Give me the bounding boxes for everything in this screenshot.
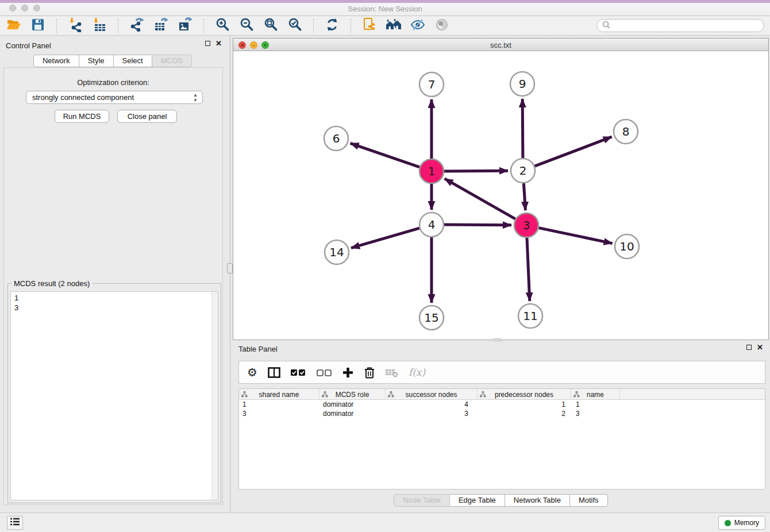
tab-network[interactable]: Network	[33, 55, 79, 67]
graph-node-2[interactable]: 2	[511, 159, 535, 183]
table-cell[interactable]: 3	[571, 409, 620, 418]
table-row[interactable]: 3dominator323	[239, 409, 765, 418]
zoom-out-icon	[240, 17, 254, 34]
table-panel: Table Panel ✕ ⚙ f(x) shared nameMCDS rol…	[233, 340, 769, 512]
table-cell[interactable]: 2	[478, 409, 571, 418]
table-cell[interactable]: 1	[478, 400, 571, 409]
graph-node-3[interactable]: 3	[514, 213, 538, 237]
function-builder-icon[interactable]: f(x)	[409, 367, 425, 378]
graph-node-14[interactable]: 14	[325, 240, 349, 264]
graph-node-15[interactable]: 15	[419, 306, 444, 330]
tab-edge-table[interactable]: Edge Table	[450, 494, 505, 507]
result-scrollbar[interactable]	[211, 292, 218, 500]
show-all-button[interactable]	[434, 18, 450, 34]
close-panel-icon[interactable]: ✕	[215, 41, 222, 46]
mcds-result-textarea[interactable]: 13	[10, 291, 218, 500]
network-graph-canvas[interactable]: 7968124314101511	[233, 51, 768, 340]
open-session-button[interactable]	[6, 18, 22, 34]
list-icon	[10, 516, 20, 530]
graph-node-7[interactable]: 7	[419, 72, 444, 97]
clone-network-button[interactable]	[361, 18, 378, 34]
column-header-predecessor-nodes[interactable]: predecessor nodes	[478, 389, 571, 400]
delete-table-icon[interactable]	[386, 367, 398, 377]
toolbar-separator	[203, 18, 204, 33]
hide-selected-button[interactable]	[410, 18, 426, 34]
float-panel-icon[interactable]	[205, 41, 210, 46]
zoom-fit-icon	[264, 17, 278, 34]
vertical-splitter[interactable]	[229, 36, 231, 512]
table-tabs: Node TableEdge TableNetwork TableMotifs	[233, 494, 769, 507]
save-session-button[interactable]	[30, 18, 46, 34]
graph-node-1[interactable]: 1	[419, 159, 444, 183]
tab-node-table[interactable]: Node Table	[394, 494, 450, 507]
vertical-splitter-handle[interactable]	[227, 263, 233, 273]
column-header-shared-name[interactable]: shared name	[239, 389, 319, 400]
zoom-out-button[interactable]	[238, 18, 255, 34]
close-table-panel-icon[interactable]: ✕	[757, 345, 763, 350]
add-column-icon[interactable]	[342, 367, 353, 378]
table-cell[interactable]: 4	[386, 400, 478, 409]
delete-column-icon[interactable]	[364, 367, 375, 379]
tab-network-table[interactable]: Network Table	[505, 494, 570, 507]
tab-style[interactable]: Style	[79, 55, 114, 67]
table-cell[interactable]: 1	[571, 400, 620, 409]
mcds-result-group: MCDS result (2 nodes) 13	[7, 283, 221, 503]
graph-edge-1-6[interactable]	[351, 143, 420, 167]
network-window-titlebar[interactable]: ✕ − + scc.txt	[233, 38, 768, 51]
export-image-button[interactable]	[177, 18, 193, 34]
table-cell[interactable]: dominator	[319, 400, 386, 409]
import-table-button[interactable]	[91, 18, 107, 34]
float-table-panel-icon[interactable]	[746, 345, 752, 350]
graph-node-4[interactable]: 4	[419, 213, 444, 237]
graph-edge-2-8[interactable]	[535, 137, 612, 166]
table-cell[interactable]: 1	[239, 400, 319, 409]
tab-select[interactable]: Select	[114, 55, 152, 67]
graph-node-8[interactable]: 8	[614, 119, 638, 144]
graph-edge-3-10[interactable]	[539, 228, 613, 244]
graph-edge-1-2[interactable]	[444, 171, 508, 171]
memory-button[interactable]: Memory	[718, 516, 765, 530]
table-cell[interactable]: 3	[239, 409, 319, 418]
import-network-button[interactable]	[67, 18, 83, 34]
search-icon	[602, 20, 611, 32]
graph-edge-3-1[interactable]	[445, 179, 515, 219]
deselect-all-icon[interactable]	[317, 368, 332, 377]
table-cell[interactable]: 3	[386, 409, 478, 418]
graph-edge-2-3[interactable]	[523, 183, 525, 210]
run-mcds-button[interactable]: Run MCDS	[55, 110, 109, 123]
split-view-icon[interactable]	[268, 367, 280, 378]
dropdown-stepper-icon: ▲▼	[193, 92, 198, 103]
refresh-view-button[interactable]	[324, 18, 340, 34]
home-button[interactable]	[386, 18, 402, 34]
mcds-panel: Optimization criterion: strongly connect…	[3, 67, 223, 505]
graph-node-6[interactable]: 6	[324, 126, 348, 151]
export-table-button[interactable]	[153, 18, 169, 34]
zoom-selected-button[interactable]	[287, 18, 303, 34]
tab-mcds[interactable]: MCDS	[152, 55, 192, 67]
table-settings-icon[interactable]: ⚙	[247, 365, 257, 379]
graph-node-10[interactable]: 10	[615, 234, 639, 259]
panel-list-button[interactable]	[7, 516, 23, 530]
select-all-icon[interactable]	[291, 368, 306, 377]
column-header-name[interactable]: name	[571, 389, 620, 400]
column-header-mcds-role[interactable]: MCDS role	[319, 389, 386, 400]
column-header-successor-nodes[interactable]: successor nodes	[386, 389, 478, 400]
graph-edge-2-9[interactable]	[522, 99, 523, 158]
graph-edge-4-14[interactable]	[351, 228, 419, 248]
tab-motifs[interactable]: Motifs	[570, 494, 608, 507]
zoom-fit-button[interactable]	[263, 18, 279, 34]
zoom-in-button[interactable]	[214, 18, 230, 34]
table-row[interactable]: 1dominator411	[239, 400, 765, 409]
graph-edge-3-11[interactable]	[527, 238, 530, 301]
close-panel-button[interactable]: Close panel	[117, 110, 177, 123]
graph-edge-4-3[interactable]	[444, 225, 511, 225]
search-box[interactable]	[596, 19, 764, 32]
criterion-dropdown[interactable]: strongly connected component ▲▼	[26, 91, 203, 104]
export-network-button[interactable]	[129, 18, 145, 34]
graph-node-11[interactable]: 11	[518, 304, 542, 328]
column-label: MCDS role	[336, 391, 369, 399]
column-tree-icon	[480, 391, 486, 399]
table-cell[interactable]: dominator	[319, 409, 386, 418]
search-input[interactable]	[611, 22, 759, 30]
graph-node-9[interactable]: 9	[510, 72, 534, 96]
